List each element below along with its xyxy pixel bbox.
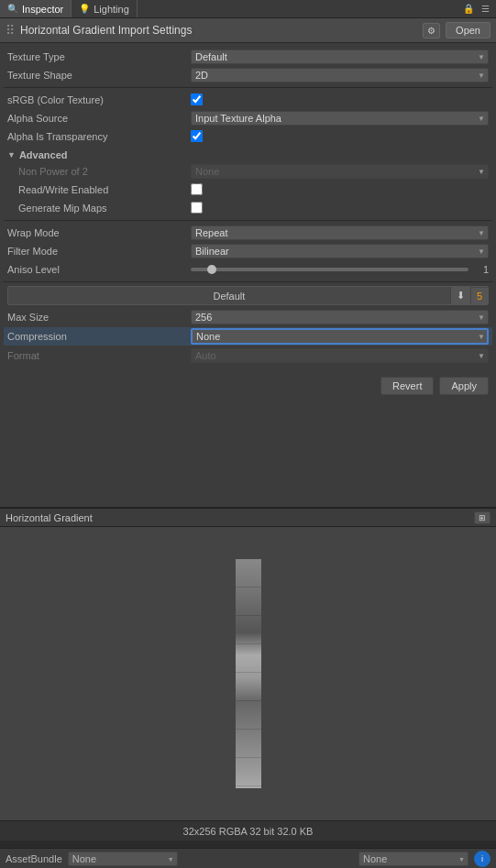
preview-panel: Horizontal Gradient ⊞ 32x256 RGBA 32 bit…	[0, 507, 496, 868]
compression-label: Compression	[7, 331, 191, 342]
lock-button[interactable]: 🔒	[460, 3, 477, 15]
format-select: Auto	[191, 348, 489, 363]
open-button[interactable]: Open	[446, 22, 490, 38]
wrap-mode-control: Repeat Clamp Mirror	[191, 225, 489, 240]
asset-bundle-select-1[interactable]: None	[68, 852, 178, 866]
asset-bundle-label: AssetBundle	[6, 853, 62, 864]
texture-shape-row: Texture Shape 2D Cube	[4, 67, 492, 83]
alpha-source-control: None Input Texture Alpha From Gray Scale	[191, 111, 489, 126]
texture-type-select[interactable]: Default Normal map Sprite (2D and UI) Si…	[191, 49, 489, 64]
tab-inspector[interactable]: 🔍 Inspector	[0, 0, 72, 17]
preview-corner-button[interactable]: ⊞	[474, 511, 490, 524]
mip-maps-control	[191, 202, 489, 215]
alpha-source-select[interactable]: None Input Texture Alpha From Gray Scale	[191, 111, 489, 126]
read-write-label: Read/Write Enabled	[7, 184, 191, 195]
action-row: Revert Apply	[0, 371, 496, 401]
menu-button[interactable]: ☰	[479, 3, 492, 15]
mip-maps-checkbox[interactable]	[191, 202, 203, 214]
wrap-mode-select[interactable]: Repeat Clamp Mirror	[191, 225, 489, 240]
texture-type-row: Texture Type Default Normal map Sprite (…	[4, 49, 492, 65]
asset-bundle-select-2[interactable]: None	[358, 852, 468, 866]
non-power-of-2-row: Non Power of 2 None	[4, 163, 492, 180]
format-row: Format Auto	[4, 347, 492, 364]
compression-select[interactable]: None Low Quality Normal Quality High Qua…	[191, 328, 489, 345]
read-write-control	[191, 183, 489, 197]
filter-mode-select[interactable]: Point (no filter) Bilinear Trilinear	[191, 244, 489, 258]
platform-strip: Default ⬇ 5	[7, 286, 489, 305]
drag-handle: ⠿	[6, 23, 15, 38]
bottom-bar: AssetBundle None None i	[0, 848, 496, 868]
platform-download-button[interactable]: ⬇	[450, 287, 470, 304]
tab-lighting-label: Lighting	[94, 4, 129, 15]
advanced-section-title: Advanced	[19, 149, 68, 160]
aniso-slider[interactable]	[191, 268, 468, 271]
wrap-mode-label: Wrap Mode	[7, 227, 191, 238]
gear-button[interactable]: ⚙	[423, 23, 440, 38]
non-power-of-2-label: Non Power of 2	[7, 166, 191, 177]
alpha-transparency-row: Alpha Is Transparency	[4, 128, 492, 145]
srgb-checkbox[interactable]	[191, 93, 203, 105]
texture-shape-select[interactable]: 2D Cube	[191, 68, 489, 82]
aniso-level-control: 1	[191, 264, 489, 275]
alpha-source-label: Alpha Source	[7, 113, 191, 124]
inspector-icon: 🔍	[7, 4, 18, 14]
compression-select-wrapper[interactable]: None Low Quality Normal Quality High Qua…	[191, 328, 489, 345]
gradient-preview-image	[236, 559, 261, 788]
asset-bundle-select-2-wrapper[interactable]: None	[358, 852, 468, 866]
srgb-control	[191, 93, 489, 107]
apply-button[interactable]: Apply	[439, 377, 489, 395]
texture-shape-label: Texture Shape	[7, 70, 191, 81]
compression-control: None Low Quality Normal Quality High Qua…	[191, 328, 489, 345]
texture-shape-control: 2D Cube	[191, 68, 489, 82]
tab-actions: 🔒 ☰	[460, 3, 496, 15]
format-select-wrapper: Auto	[191, 348, 489, 363]
lighting-icon: 💡	[79, 4, 90, 14]
preview-canvas	[0, 527, 496, 820]
format-control: Auto	[191, 348, 489, 363]
aniso-level-row: Aniso Level 1	[4, 261, 492, 278]
wrap-mode-select-wrapper[interactable]: Repeat Clamp Mirror	[191, 225, 489, 240]
max-size-select[interactable]: 32 64 128 256 512 1024 2048	[191, 310, 489, 324]
non-power-of-2-select-wrapper: None	[191, 164, 489, 179]
header-row: ⠿ Horizontal Gradient Import Settings ⚙ …	[0, 18, 496, 43]
texture-shape-select-wrapper[interactable]: 2D Cube	[191, 68, 489, 82]
mip-maps-row: Generate Mip Maps	[4, 200, 492, 216]
aniso-level-label: Aniso Level	[7, 264, 191, 275]
revert-button[interactable]: Revert	[380, 377, 434, 395]
read-write-row: Read/Write Enabled	[4, 181, 492, 198]
max-size-select-wrapper[interactable]: 32 64 128 256 512 1024 2048	[191, 310, 489, 324]
alpha-source-row: Alpha Source None Input Texture Alpha Fr…	[4, 110, 492, 126]
filter-mode-select-wrapper[interactable]: Point (no filter) Bilinear Trilinear	[191, 244, 489, 258]
filter-mode-row: Filter Mode Point (no filter) Bilinear T…	[4, 243, 492, 259]
tab-lighting[interactable]: 💡 Lighting	[72, 0, 138, 17]
wrap-mode-row: Wrap Mode Repeat Clamp Mirror	[4, 225, 492, 241]
alpha-source-select-wrapper[interactable]: None Input Texture Alpha From Gray Scale	[191, 111, 489, 126]
format-label: Format	[7, 350, 191, 361]
aniso-value: 1	[474, 264, 489, 275]
asset-bundle-select-wrapper[interactable]: None	[68, 852, 178, 866]
alpha-transparency-label: Alpha Is Transparency	[7, 131, 191, 142]
max-size-label: Max Size	[7, 312, 191, 323]
advanced-section-header[interactable]: ▼ Advanced	[4, 147, 492, 163]
tab-inspector-label: Inspector	[22, 4, 63, 15]
form-area: Texture Type Default Normal map Sprite (…	[0, 43, 496, 371]
compression-row: Compression None Low Quality Normal Qual…	[4, 327, 492, 346]
srgb-row: sRGB (Color Texture)	[4, 92, 492, 108]
non-power-of-2-select: None	[191, 164, 489, 179]
info-icon-label: i	[481, 854, 483, 863]
max-size-control: 32 64 128 256 512 1024 2048	[191, 310, 489, 324]
read-write-checkbox[interactable]	[191, 183, 203, 195]
advanced-triangle-icon: ▼	[7, 150, 16, 159]
preview-info-text: 32x256 RGBA 32 bit 32.0 KB	[183, 826, 314, 837]
info-icon[interactable]: i	[474, 851, 490, 867]
alpha-transparency-checkbox[interactable]	[191, 130, 203, 142]
mip-maps-label: Generate Mip Maps	[7, 203, 191, 214]
tab-bar: 🔍 Inspector 💡 Lighting 🔒 ☰	[0, 0, 496, 18]
preview-info-bar: 32x256 RGBA 32 bit 32.0 KB	[0, 820, 496, 841]
texture-type-label: Texture Type	[7, 51, 191, 62]
aniso-slider-row: 1	[191, 264, 489, 275]
texture-type-select-wrapper[interactable]: Default Normal map Sprite (2D and UI) Si…	[191, 49, 489, 64]
srgb-label: sRGB (Color Texture)	[7, 94, 191, 105]
alpha-transparency-control	[191, 130, 489, 144]
platform-html5-button[interactable]: 5	[470, 288, 488, 304]
